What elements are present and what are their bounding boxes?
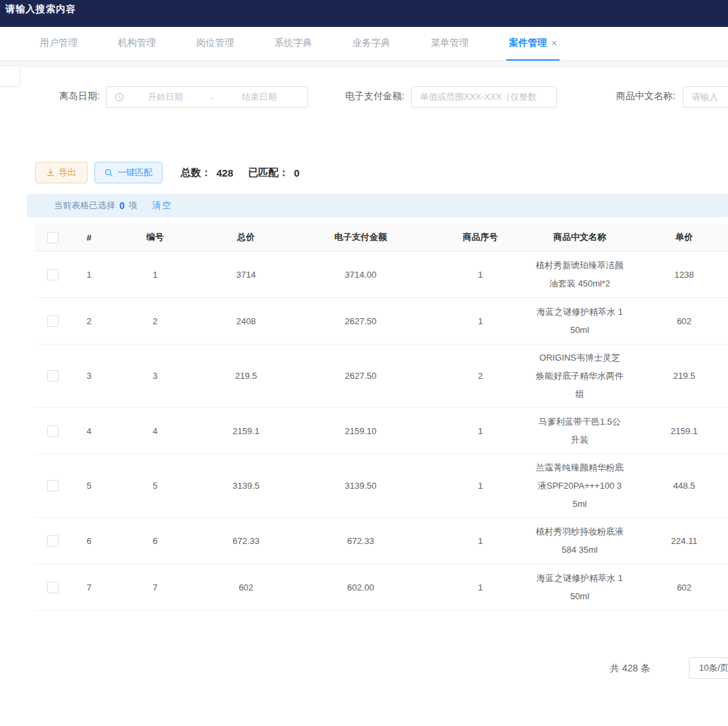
collapsed-panel-corner <box>0 65 20 87</box>
col-header-index[interactable]: # <box>70 224 108 251</box>
select-all-checkbox[interactable] <box>47 232 59 243</box>
col-header-seq[interactable]: 商品序号 <box>431 224 529 251</box>
tab-menu-management[interactable]: 菜单管理 <box>428 27 471 61</box>
global-search-input[interactable]: 请输入搜索内容 <box>5 3 76 16</box>
tab-close-icon[interactable]: × <box>551 38 557 48</box>
cell-index: 1 <box>70 251 108 297</box>
select-all-cell[interactable] <box>35 224 70 251</box>
cell-epay-amount: 602.00 <box>290 564 431 610</box>
cell-total-price: 602 <box>202 564 290 610</box>
selection-count: 0 <box>119 200 125 211</box>
cases-table: # 编号 总价 电子支付金额 商品序号 商品中文名称 单价 1 1 3714 3… <box>35 224 728 611</box>
product-name-label: 商品中文名称: <box>600 90 675 102</box>
cell-code: 1 <box>108 251 202 297</box>
tab-case-management[interactable]: 案件管理 × <box>506 27 559 61</box>
row-checkbox[interactable] <box>47 535 59 547</box>
cell-epay-amount: 3139.50 <box>290 454 431 517</box>
cell-epay-amount: 2627.50 <box>290 344 431 407</box>
tab-system-dict[interactable]: 系统字典 <box>272 27 315 61</box>
end-date-placeholder: 结束日期 <box>219 91 299 103</box>
col-header-unit[interactable]: 单价 <box>630 224 728 251</box>
page-size-value: 10条/页 <box>699 662 728 674</box>
row-select-cell[interactable] <box>35 564 70 610</box>
row-select-cell[interactable] <box>35 251 70 297</box>
cell-code: 6 <box>108 518 202 564</box>
product-name-input[interactable]: 请输入 <box>683 86 728 108</box>
cell-total-price: 3139.5 <box>202 454 290 517</box>
cell-product-seq: 1 <box>431 251 529 297</box>
one-click-match-button[interactable]: 一键匹配 <box>94 162 162 183</box>
cell-index: 2 <box>70 298 108 344</box>
cell-product-seq: 1 <box>431 298 529 344</box>
cell-product-seq: 1 <box>431 408 529 454</box>
tab-post-management[interactable]: 岗位管理 <box>193 27 237 61</box>
cell-index: 5 <box>70 454 108 517</box>
col-header-total[interactable]: 总价 <box>202 224 290 251</box>
row-select-cell[interactable] <box>35 298 70 344</box>
cell-unit-price: 448.5 <box>630 454 728 517</box>
cell-unit-price: 602 <box>630 298 728 344</box>
table-row[interactable]: 1 1 3714 3714.00 1 植村秀新琥珀臻萃洁颜油套装 450ml*2… <box>35 251 728 298</box>
cell-total-price: 3714 <box>202 251 290 297</box>
cell-product-name: 植村秀羽纱持妆粉底液 584 35ml <box>529 518 630 564</box>
search-icon <box>104 169 113 177</box>
col-header-epay[interactable]: 电子支付金额 <box>290 224 431 251</box>
cell-code: 2 <box>108 298 202 344</box>
epay-amount-input[interactable]: 单值或范围XXX-XXX（仅整数 <box>411 86 557 108</box>
table-row[interactable]: 5 5 3139.5 3139.50 1 兰蔻菁纯臻颜精华粉底液SPF20PA+… <box>35 454 728 518</box>
pagination-total: 共 428 条 <box>610 663 650 675</box>
row-select-cell[interactable] <box>35 454 70 517</box>
table-row[interactable]: 2 2 2408 2627.50 1 海蓝之谜修护精萃水 150ml 602 <box>35 298 728 344</box>
table-row[interactable]: 4 4 2159.1 2159.10 1 马爹利蓝带干邑1.5公升装 2159.… <box>35 408 728 454</box>
tab-business-dict[interactable]: 业务字典 <box>350 27 393 61</box>
cell-code: 5 <box>108 454 202 517</box>
total-value: 428 <box>216 167 233 179</box>
cell-unit-price: 602 <box>630 564 728 610</box>
product-name-placeholder: 请输入 <box>692 91 718 103</box>
cell-index: 4 <box>70 408 108 454</box>
matched-label: 已匹配： <box>248 167 289 179</box>
total-label: 总数： <box>181 167 211 179</box>
tab-org-management[interactable]: 机构管理 <box>115 27 158 61</box>
clock-icon <box>115 92 124 102</box>
cell-code: 7 <box>108 564 202 610</box>
cell-epay-amount: 672.33 <box>290 518 431 564</box>
tab-bar-divider <box>0 61 728 67</box>
export-button[interactable]: 导出 <box>35 162 88 183</box>
cell-product-seq: 1 <box>431 518 529 564</box>
cell-unit-price: 1238 <box>630 251 728 297</box>
row-checkbox[interactable] <box>47 269 59 280</box>
table-header-row: # 编号 总价 电子支付金额 商品序号 商品中文名称 单价 <box>35 224 728 251</box>
cell-total-price: 2408 <box>202 298 290 344</box>
col-header-code[interactable]: 编号 <box>108 224 202 251</box>
row-checkbox[interactable] <box>47 315 59 327</box>
row-select-cell[interactable] <box>35 518 70 564</box>
table-row[interactable]: 6 6 672.33 672.33 1 植村秀羽纱持妆粉底液 584 35ml … <box>35 518 728 564</box>
cell-index: 6 <box>70 518 108 564</box>
cell-product-name: 海蓝之谜修护精萃水 150ml <box>529 298 630 344</box>
table-row[interactable]: 7 7 602 602.00 1 海蓝之谜修护精萃水 150ml 602 <box>35 564 728 611</box>
cell-epay-amount: 2159.10 <box>290 408 431 454</box>
tab-user-management[interactable]: 用户管理 <box>37 27 80 61</box>
depart-date-range-input[interactable]: 开始日期 - 结束日期 <box>106 86 308 108</box>
cell-epay-amount: 3714.00 <box>290 251 431 297</box>
start-date-placeholder: 开始日期 <box>125 91 206 103</box>
cell-product-name: 马爹利蓝带干邑1.5公升装 <box>529 408 630 454</box>
cell-product-name: 植村秀新琥珀臻萃洁颜油套装 450ml*2 <box>529 251 630 297</box>
row-checkbox[interactable] <box>47 480 59 491</box>
match-stats: 总数：428 已匹配：0 <box>181 162 299 183</box>
row-select-cell[interactable] <box>35 344 70 407</box>
col-header-name[interactable]: 商品中文名称 <box>529 224 630 251</box>
row-select-cell[interactable] <box>35 408 70 454</box>
clear-selection-link[interactable]: 清空 <box>152 200 173 212</box>
top-navbar: 请输入搜索内容 <box>0 0 728 27</box>
table-row[interactable]: 3 3 219.5 2627.50 2 ORIGINS韦博士灵芝焕能好底子精华水… <box>35 344 728 408</box>
cell-product-name: ORIGINS韦博士灵芝焕能好底子精华水两件组 <box>529 344 630 407</box>
epay-amount-label: 电子支付金额: <box>328 90 404 102</box>
cell-unit-price: 2159.1 <box>630 408 728 454</box>
row-checkbox[interactable] <box>47 425 59 437</box>
page-size-select[interactable]: 10条/页 <box>689 657 728 679</box>
selection-prefix: 当前表格已选择 <box>54 200 115 212</box>
row-checkbox[interactable] <box>47 582 59 593</box>
row-checkbox[interactable] <box>47 370 59 382</box>
